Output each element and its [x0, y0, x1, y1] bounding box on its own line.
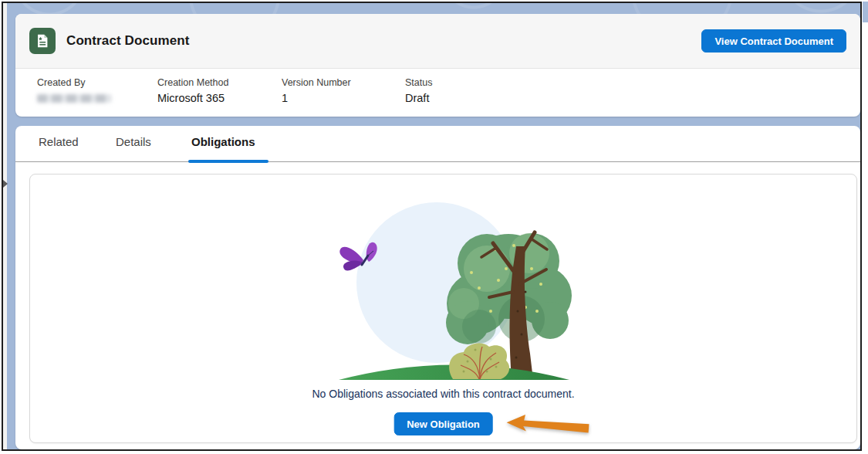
app-window: Contract Document View Contract Document… — [2, 2, 862, 451]
record-highlights-card: Contract Document View Contract Document… — [15, 14, 860, 117]
field-value: Draft — [405, 90, 559, 106]
field-created-by: Created By — [37, 76, 154, 117]
panel-expand-handle[interactable] — [3, 180, 8, 188]
field-creation-method: Creation Method Microsoft 365 — [157, 76, 279, 117]
active-tab-underline — [188, 160, 269, 163]
highlights-fields-row: Created By Creation Method Microsoft 365… — [15, 69, 860, 117]
annotation-arrow-icon — [503, 414, 594, 437]
empty-state-message: No Obligations associated with this cont… — [312, 388, 574, 400]
contract-document-icon — [29, 28, 56, 54]
tab-obligations[interactable]: Obligations — [191, 135, 255, 148]
record-header-row: Contract Document View Contract Document — [15, 14, 860, 69]
field-label: Status — [405, 76, 559, 90]
field-version-number: Version Number 1 — [282, 76, 402, 117]
tab-bar: Related Details Obligations — [15, 126, 860, 162]
document-glyph — [34, 32, 51, 49]
screenshot-stage: Contract Document View Contract Document… — [0, 0, 868, 454]
field-label: Creation Method — [157, 76, 279, 90]
view-contract-document-button[interactable]: View Contract Document — [701, 29, 846, 53]
field-label: Version Number — [282, 76, 402, 90]
field-value: Microsoft 365 — [157, 90, 279, 106]
field-status: Status Draft — [405, 76, 559, 117]
tab-related[interactable]: Related — [39, 135, 79, 148]
page-title: Contract Document — [66, 33, 189, 49]
tree-foliage — [446, 233, 572, 344]
new-obligation-button[interactable]: New Obligation — [393, 412, 493, 435]
field-value: 1 — [282, 90, 402, 106]
left-rail — [3, 3, 7, 449]
empty-state-illustration — [333, 195, 572, 381]
window-edge-sliver — [863, 2, 868, 22]
redacted-value — [37, 94, 111, 103]
obligations-empty-state-panel: No Obligations associated with this cont… — [29, 174, 857, 443]
tab-details[interactable]: Details — [116, 135, 151, 148]
field-label: Created By — [37, 76, 154, 90]
record-body-card: Related Details Obligations — [15, 126, 860, 449]
